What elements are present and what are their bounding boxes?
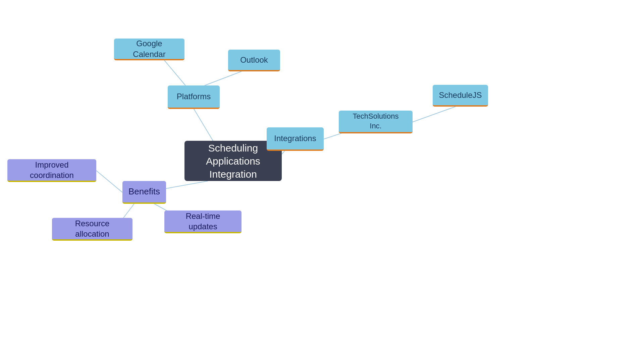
connection-lines [0,0,644,362]
svg-line-0 [194,109,213,141]
realtime-updates-node[interactable]: Real-time updates [164,210,241,233]
outlook-node[interactable]: Outlook [228,50,280,71]
integrations-node[interactable]: Integrations [267,127,324,151]
schedulejs-node[interactable]: ScheduleJS [433,85,488,107]
resource-allocation-node[interactable]: Resource allocation [52,218,132,241]
techsolutions-node[interactable]: TechSolutions Inc. [339,111,413,133]
platforms-node[interactable]: Platforms [168,85,220,109]
svg-line-7 [96,171,122,192]
google-calendar-node[interactable]: Google Calendar [114,39,184,60]
svg-line-5 [413,107,455,122]
improved-coordination-node[interactable]: Improved coordination [7,159,96,182]
benefits-node[interactable]: Benefits [122,181,166,204]
svg-line-1 [164,60,185,85]
svg-line-2 [205,71,241,85]
